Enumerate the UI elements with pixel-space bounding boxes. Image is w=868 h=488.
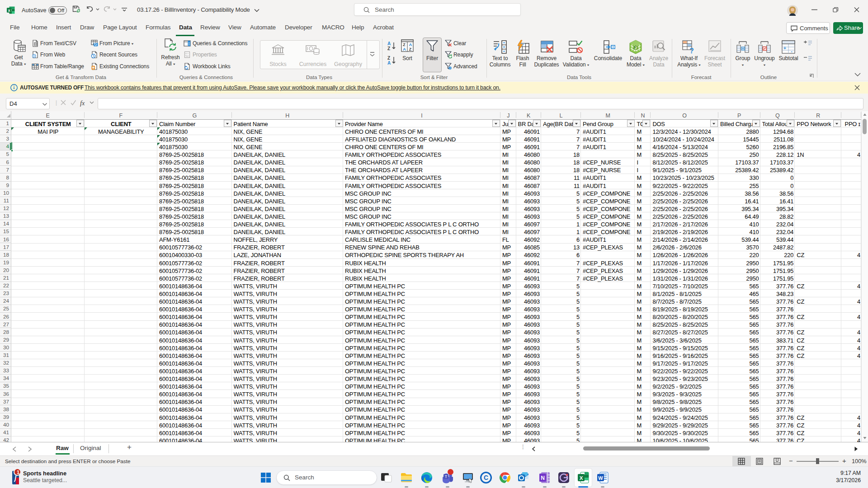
svg-text:A: A — [387, 61, 391, 66]
svg-text:A: A — [403, 47, 406, 52]
svg-text:+: + — [783, 45, 786, 51]
svg-text:J: J — [635, 46, 637, 50]
svg-text:W: W — [598, 475, 603, 481]
svg-text:Z: Z — [387, 46, 390, 51]
svg-text:Z: Z — [387, 56, 390, 61]
svg-text:Z: Z — [409, 47, 412, 52]
svg-text:A: A — [387, 41, 391, 46]
svg-text:?: ? — [689, 47, 694, 54]
svg-text:fx: fx — [80, 99, 85, 107]
svg-text:x: x — [8, 8, 10, 13]
svg-text:X: X — [580, 475, 583, 481]
svg-text:C: C — [484, 474, 488, 481]
svg-text:T: T — [445, 474, 448, 479]
svg-text:N: N — [541, 475, 545, 481]
svg-text:-: - — [791, 48, 793, 54]
